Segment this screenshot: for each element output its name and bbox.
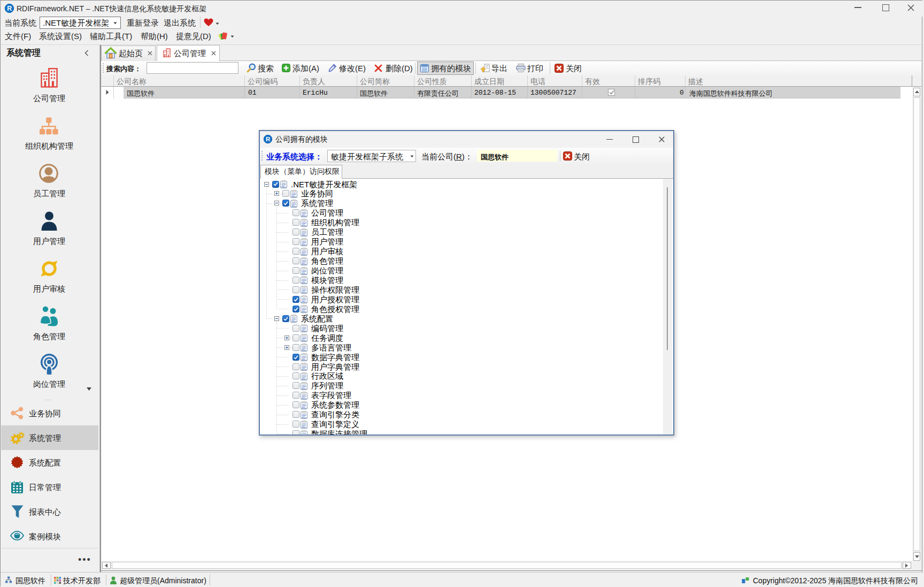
svg-text:R: R: [7, 5, 12, 12]
svg-text:R: R: [266, 136, 271, 142]
